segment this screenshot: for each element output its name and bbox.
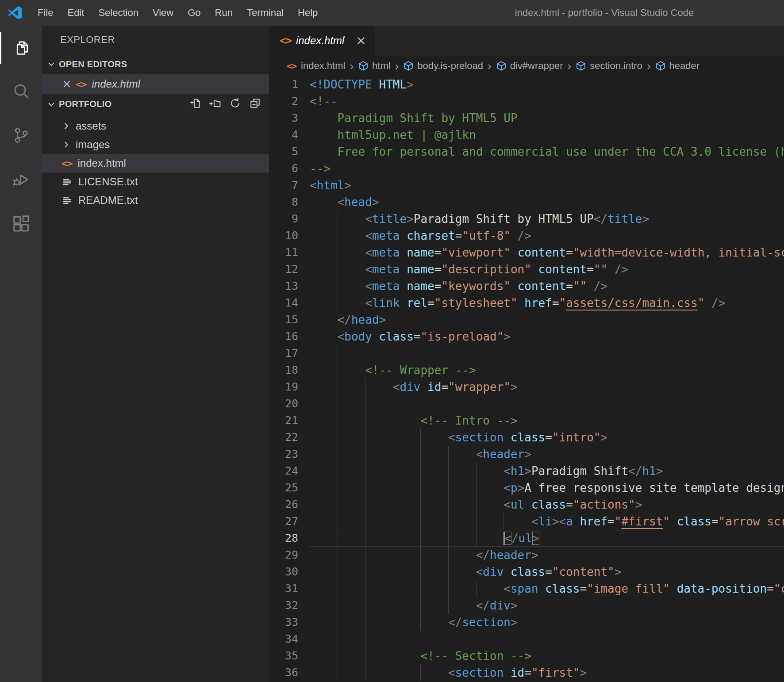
menu-go[interactable]: Go: [181, 0, 208, 26]
code-line-12[interactable]: 12<meta name="description" content="" />: [269, 261, 784, 278]
tree-item-LICENSE.txt[interactable]: LICENSE.txt: [42, 172, 269, 191]
activity-search[interactable]: [0, 70, 42, 114]
code-line-21[interactable]: 21<!-- Intro -->: [269, 412, 784, 429]
code-line-13[interactable]: 13<meta name="keywords" content="" />: [269, 278, 784, 295]
breadcrumb-item-body.is-preload[interactable]: body.is-preload: [403, 60, 483, 72]
menu-selection[interactable]: Selection: [91, 0, 146, 26]
menu-terminal[interactable]: Terminal: [240, 0, 291, 26]
code-line-23[interactable]: 23<header>: [269, 446, 784, 463]
tree-item-README.txt[interactable]: README.txt: [42, 191, 269, 210]
code-line-18[interactable]: 18<!-- Wrapper -->: [269, 362, 784, 379]
folder-section-header[interactable]: PORTFOLIO: [42, 94, 269, 114]
code-line-6[interactable]: 6-->: [269, 160, 784, 177]
refresh-icon[interactable]: [229, 97, 241, 111]
line-number[interactable]: 8: [269, 194, 310, 211]
code-line-24[interactable]: 24<h1>Paradigm Shift</h1>: [269, 463, 784, 479]
code-editor[interactable]: 1<!DOCTYPE HTML>2<!--3Paradigm Shift by …: [269, 76, 784, 681]
code-line-27[interactable]: 27<li><a href="#first" class="arrow scro…: [269, 513, 784, 530]
line-number[interactable]: 15: [269, 311, 310, 328]
breadcrumb-item-section.intro[interactable]: section.intro: [576, 60, 642, 72]
tree-item-assets[interactable]: assets: [42, 117, 269, 135]
close-icon[interactable]: [61, 79, 72, 89]
collapse-all-icon[interactable]: [249, 97, 261, 111]
menu-edit[interactable]: Edit: [60, 0, 91, 26]
line-number[interactable]: 20: [269, 395, 310, 412]
line-number[interactable]: 27: [269, 513, 310, 530]
breadcrumb-item-html[interactable]: html: [358, 60, 391, 72]
code-line-34[interactable]: 34: [269, 631, 784, 648]
line-number[interactable]: 19: [269, 379, 310, 395]
tree-item-index.html[interactable]: <>index.html: [42, 154, 269, 172]
line-number[interactable]: 14: [269, 295, 310, 311]
code-line-26[interactable]: 26<ul class="actions">: [269, 496, 784, 513]
line-number[interactable]: 11: [269, 244, 310, 261]
code-line-2[interactable]: 2<!--: [269, 93, 784, 110]
code-line-9[interactable]: 9<title>Paradigm Shift by HTML5 UP</titl…: [269, 211, 784, 227]
line-number[interactable]: 12: [269, 261, 310, 278]
activity-run-and-debug[interactable]: [0, 158, 42, 203]
line-number[interactable]: 33: [269, 614, 310, 631]
code-line-11[interactable]: 11<meta name="viewport" content="width=d…: [269, 244, 784, 261]
code-line-4[interactable]: 4html5up.net | @ajlkn: [269, 126, 784, 143]
line-number[interactable]: 21: [269, 412, 310, 429]
code-line-22[interactable]: 22<section class="intro">: [269, 429, 784, 446]
line-number[interactable]: 1: [269, 76, 310, 93]
code-line-36[interactable]: 36<section id="first">: [269, 664, 784, 681]
menu-view[interactable]: View: [146, 0, 181, 26]
code-line-10[interactable]: 10<meta charset="utf-8" />: [269, 227, 784, 244]
code-line-14[interactable]: 14<link rel="stylesheet" href="assets/cs…: [269, 295, 784, 311]
code-line-15[interactable]: 15</head>: [269, 311, 784, 328]
open-editor-index.html[interactable]: <>index.html: [42, 74, 269, 94]
open-editors-header[interactable]: OPEN EDITORS: [42, 54, 269, 74]
line-number[interactable]: 35: [269, 648, 310, 664]
code-line-20[interactable]: 20: [269, 395, 784, 412]
line-number[interactable]: 9: [269, 211, 310, 227]
line-number[interactable]: 26: [269, 496, 310, 513]
code-line-25[interactable]: 25<p>A free responsive site template des…: [269, 479, 784, 496]
line-number[interactable]: 10: [269, 227, 310, 244]
menu-file[interactable]: File: [31, 0, 60, 26]
code-line-7[interactable]: 7<html>: [269, 177, 784, 194]
code-line-19[interactable]: 19<div id="wrapper">: [269, 379, 784, 395]
line-number[interactable]: 22: [269, 429, 310, 446]
line-number[interactable]: 24: [269, 463, 310, 479]
line-number[interactable]: 18: [269, 362, 310, 379]
code-line-17[interactable]: 17: [269, 345, 784, 362]
code-line-30[interactable]: 30<div class="content">: [269, 563, 784, 580]
line-number[interactable]: 17: [269, 345, 310, 362]
menu-help[interactable]: Help: [291, 0, 325, 26]
code-line-31[interactable]: 31<span class="image fill" data-position…: [269, 580, 784, 597]
line-number[interactable]: 3: [269, 110, 310, 126]
line-number[interactable]: 2: [269, 93, 310, 110]
tab-close-icon[interactable]: [355, 35, 367, 46]
line-number[interactable]: 6: [269, 160, 310, 177]
tab-index-html[interactable]: <> index.html: [269, 26, 375, 56]
line-number[interactable]: 34: [269, 631, 310, 648]
line-number[interactable]: 29: [269, 547, 310, 563]
code-line-16[interactable]: 16<body class="is-preload">: [269, 328, 784, 345]
line-number[interactable]: 30: [269, 563, 310, 580]
line-number[interactable]: 5: [269, 143, 310, 160]
new-file-icon[interactable]: [189, 97, 201, 111]
line-number[interactable]: 16: [269, 328, 310, 345]
activity-explorer[interactable]: [0, 26, 42, 70]
code-line-35[interactable]: 35<!-- Section -->: [269, 648, 784, 664]
line-number[interactable]: 23: [269, 446, 310, 463]
activity-extensions[interactable]: [0, 203, 42, 247]
tree-item-images[interactable]: images: [42, 135, 269, 154]
new-folder-icon[interactable]: [209, 97, 221, 111]
line-number[interactable]: 31: [269, 580, 310, 597]
code-line-5[interactable]: 5Free for personal and commercial use un…: [269, 143, 784, 160]
code-line-8[interactable]: 8<head>: [269, 194, 784, 211]
line-number[interactable]: 36: [269, 664, 310, 681]
line-number[interactable]: 28: [269, 530, 310, 547]
breadcrumb-item-div#wrapper[interactable]: div#wrapper: [496, 60, 563, 72]
line-number[interactable]: 32: [269, 597, 310, 614]
code-line-33[interactable]: 33</section>: [269, 614, 784, 631]
line-number[interactable]: 7: [269, 177, 310, 194]
code-line-3[interactable]: 3Paradigm Shift by HTML5 UP: [269, 110, 784, 126]
line-number[interactable]: 13: [269, 278, 310, 295]
activity-source-control[interactable]: [0, 114, 42, 158]
breadcrumb-item-header[interactable]: header: [655, 60, 700, 72]
line-number[interactable]: 25: [269, 479, 310, 496]
